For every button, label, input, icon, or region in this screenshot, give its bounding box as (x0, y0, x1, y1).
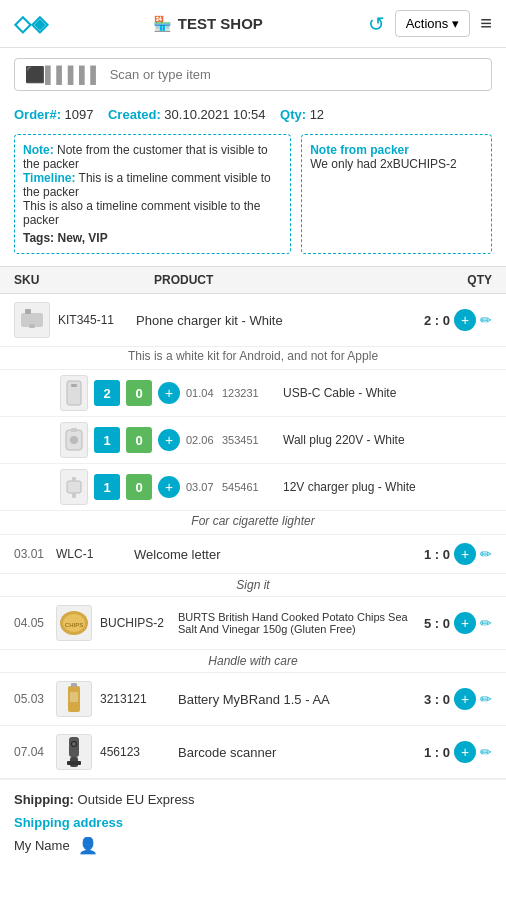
sub-sku: 353451 (222, 434, 277, 446)
table-row: 07.04 456123 Barcode scanner 1 : 0 + ✏ (0, 726, 506, 779)
shipping-method: Shipping: Outside EU Express (14, 792, 492, 807)
row-step: 07.04 (14, 745, 48, 759)
sub-item-row: 1 0 + 02.06 353451 Wall plug 220V - Whit… (0, 417, 506, 464)
qty-box-blue: 1 (94, 427, 120, 453)
svg-rect-4 (71, 384, 77, 387)
edit-icon[interactable]: ✏ (480, 546, 492, 562)
note-packer-text: We only had 2xBUCHIPS-2 (310, 157, 483, 171)
row-sku: KIT345-11 (58, 313, 128, 327)
sub-step: 01.04 (186, 387, 216, 399)
shop-icon: 🏪 (153, 15, 172, 33)
qty-add-button[interactable]: + (454, 543, 476, 565)
row-sku: 3213121 (100, 692, 170, 706)
qty-box-blue: 1 (94, 474, 120, 500)
search-bar: ⬛▌▌▌▌▌ (14, 58, 492, 91)
shop-name: TEST SHOP (178, 15, 263, 32)
svg-text:CHIPS: CHIPS (65, 622, 83, 628)
product-image (56, 681, 92, 717)
product-image: CHIPS (56, 605, 92, 641)
search-input[interactable] (110, 67, 481, 82)
edit-icon[interactable]: ✏ (480, 312, 492, 328)
shop-title: 🏪 TEST SHOP (153, 15, 263, 33)
note-packer: Note from packer We only had 2xBUCHIPS-2 (301, 134, 492, 254)
qty-value: 1 : 0 (424, 547, 450, 562)
qty-add-button[interactable]: + (454, 688, 476, 710)
product-image (56, 734, 92, 770)
header-actions: ↺ Actions ▾ ≡ (368, 10, 492, 37)
edit-icon[interactable]: ✏ (480, 615, 492, 631)
order-number-label: Order#: (14, 107, 61, 122)
svg-rect-10 (72, 493, 76, 498)
qty-box-green: 0 (126, 380, 152, 406)
section-label: Handle with care (0, 650, 506, 673)
qty-box-green: 0 (126, 474, 152, 500)
order-number-value: 1097 (65, 107, 94, 122)
section-label: Sign it (0, 574, 506, 597)
svg-rect-1 (25, 309, 31, 314)
sub-items-section: 2 0 + 01.04 123231 USB-C Cable - White 1… (0, 370, 506, 535)
svg-rect-16 (70, 692, 78, 702)
shipping-name-row: My Name 👤 (14, 836, 492, 855)
shipping-section: Shipping: Outside EU Express Shipping ad… (0, 779, 506, 867)
sub-qty-add-button[interactable]: + (158, 476, 180, 498)
person-icon: 👤 (78, 836, 98, 855)
note-text1: Note from the customer that is visible t… (23, 143, 268, 171)
chevron-down-icon: ▾ (452, 16, 459, 31)
sub-item-row: 2 0 + 01.04 123231 USB-C Cable - White (0, 370, 506, 417)
sub-product-image (60, 469, 88, 505)
qty-add-button[interactable]: + (454, 741, 476, 763)
order-info: Order#: 1097 Created: 30.10.2021 10:54 Q… (0, 101, 506, 128)
row-name: BURTS British Hand Cooked Potato Chips S… (178, 611, 414, 635)
qty-box-green: 0 (126, 427, 152, 453)
sub-step: 02.06 (186, 434, 216, 446)
svg-rect-9 (72, 477, 76, 482)
row-qty: 5 : 0 + ✏ (422, 612, 492, 634)
row-sku: 456123 (100, 745, 170, 759)
shipping-method-value: Outside EU Express (78, 792, 195, 807)
edit-icon[interactable]: ✏ (480, 691, 492, 707)
shipping-name: My Name (14, 838, 70, 853)
qty-add-button[interactable]: + (454, 612, 476, 634)
row-step: 03.01 (14, 547, 48, 561)
table-row: 05.03 3213121 Battery MyBRand 1.5 - AA 3… (0, 673, 506, 726)
svg-rect-8 (67, 481, 81, 493)
svg-rect-19 (67, 761, 81, 765)
actions-button[interactable]: Actions ▾ (395, 10, 471, 37)
qty-value: 1 : 0 (424, 745, 450, 760)
sub-name: USB-C Cable - White (283, 386, 492, 400)
order-qty-value: 12 (310, 107, 324, 122)
col-sku: SKU (14, 273, 154, 287)
shipping-address-title: Shipping address (14, 815, 492, 830)
row-step: 04.05 (14, 616, 48, 630)
edit-icon[interactable]: ✏ (480, 744, 492, 760)
qty-add-button[interactable]: + (454, 309, 476, 331)
sub-qty-add-button[interactable]: + (158, 429, 180, 451)
row-name: Phone charger kit - White (136, 313, 414, 328)
sub-item-note: For car cigarette lighter (0, 511, 506, 534)
order-created-value: 30.10.2021 10:54 (164, 107, 265, 122)
sub-name: Wall plug 220V - White (283, 433, 492, 447)
row-note: This is a white kit for Android, and not… (0, 347, 506, 370)
row-qty: 3 : 0 + ✏ (422, 688, 492, 710)
hamburger-button[interactable]: ≡ (480, 12, 492, 35)
barcode-icon: ⬛▌▌▌▌▌ (25, 65, 102, 84)
sub-item-row: 1 0 + 03.07 545461 12V charger plug - Wh… (0, 464, 506, 511)
row-name: Battery MyBRand 1.5 - AA (178, 692, 414, 707)
sub-qty-add-button[interactable]: + (158, 382, 180, 404)
row-name: Barcode scanner (178, 745, 414, 760)
note-packer-label: Note from packer (310, 143, 409, 157)
svg-point-21 (72, 742, 76, 746)
svg-rect-15 (71, 683, 77, 687)
sub-sku: 123231 (222, 387, 277, 399)
svg-rect-6 (71, 428, 77, 432)
refresh-button[interactable]: ↺ (368, 12, 385, 36)
row-qty: 2 : 0 + ✏ (422, 309, 492, 331)
row-sku: BUCHIPS-2 (100, 616, 170, 630)
table-row: 03.01 WLC-1 Welcome letter 1 : 0 + ✏ (0, 535, 506, 574)
row-step: 05.03 (14, 692, 48, 706)
svg-point-7 (70, 436, 78, 444)
col-qty: QTY (412, 273, 492, 287)
sub-product-image (60, 422, 88, 458)
qty-value: 5 : 0 (424, 616, 450, 631)
order-qty-label: Qty: (280, 107, 306, 122)
